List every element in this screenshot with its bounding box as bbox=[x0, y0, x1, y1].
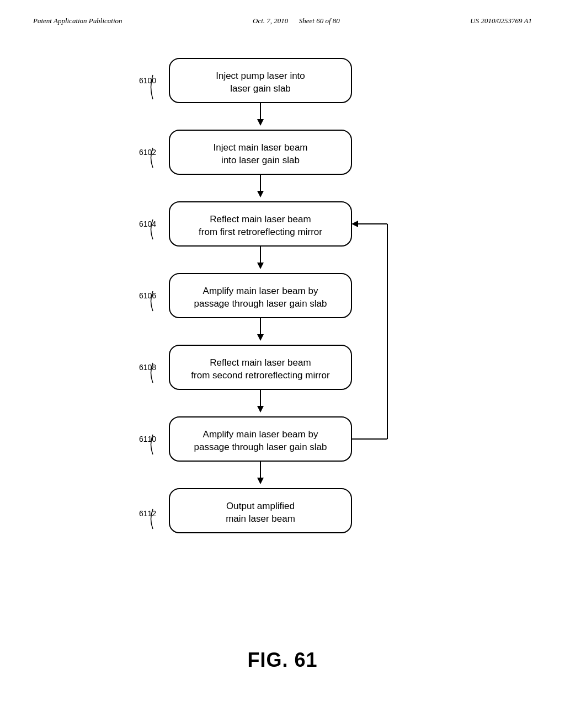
text-6108-line1: Reflect main laser beam bbox=[210, 357, 311, 368]
label-6110: 6110 bbox=[139, 435, 156, 443]
page: Patent Application Publication Oct. 7, 2… bbox=[0, 0, 565, 728]
label-6104: 6104 bbox=[139, 220, 156, 228]
label-6108: 6108 bbox=[139, 363, 156, 372]
text-6100-line1: Inject pump laser into bbox=[216, 71, 305, 81]
page-header: Patent Application Publication Oct. 7, 2… bbox=[0, 0, 565, 31]
svg-marker-13 bbox=[351, 221, 358, 227]
text-6108-line2: from second retroreflecting mirror bbox=[191, 370, 330, 381]
label-6102: 6102 bbox=[139, 148, 156, 157]
svg-marker-1 bbox=[257, 119, 264, 126]
text-6110-line2: passage through laser gain slab bbox=[194, 442, 327, 452]
svg-marker-3 bbox=[257, 191, 264, 197]
text-6106-line2: passage through laser gain slab bbox=[194, 298, 327, 309]
text-6104-line2: from first retroreflecting mirror bbox=[199, 227, 322, 237]
flowchart-svg: 6100 Inject pump laser into laser gain s… bbox=[89, 42, 476, 627]
text-6104-line1: Reflect main laser beam bbox=[210, 214, 311, 224]
svg-marker-5 bbox=[257, 263, 264, 269]
diagram-area: 6100 Inject pump laser into laser gain s… bbox=[0, 31, 565, 672]
header-patent: US 2010/0253769 A1 bbox=[470, 17, 532, 25]
label-6100: 6100 bbox=[139, 76, 156, 85]
figure-caption: FIG. 61 bbox=[247, 649, 317, 672]
svg-marker-15 bbox=[257, 478, 264, 484]
header-sheet: Sheet 60 of 80 bbox=[299, 17, 340, 25]
text-6112-line1: Output amplified bbox=[226, 501, 295, 511]
header-date-sheet: Oct. 7, 2010 Sheet 60 of 80 bbox=[253, 17, 340, 25]
header-date: Oct. 7, 2010 bbox=[253, 17, 288, 25]
svg-marker-9 bbox=[257, 406, 264, 413]
header-left: Patent Application Publication bbox=[33, 17, 122, 25]
text-6112-line2: main laser beam bbox=[226, 513, 295, 524]
text-6106-line1: Amplify main laser beam by bbox=[203, 286, 318, 296]
label-6106: 6106 bbox=[139, 291, 156, 300]
text-6102-line1: Inject main laser beam bbox=[213, 142, 307, 153]
svg-marker-7 bbox=[257, 334, 264, 341]
label-6112: 6112 bbox=[139, 509, 156, 518]
text-6100-line2: laser gain slab bbox=[230, 83, 291, 94]
text-6102-line2: into laser gain slab bbox=[221, 155, 300, 165]
flow-chart: 6100 Inject pump laser into laser gain s… bbox=[89, 42, 476, 627]
text-6110-line1: Amplify main laser beam by bbox=[203, 429, 318, 440]
